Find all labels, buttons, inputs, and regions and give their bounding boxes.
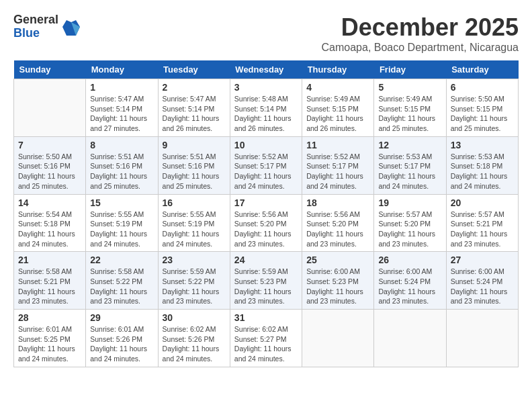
day-info: Sunrise: 5:59 AM Sunset: 5:22 PM Dayligh…: [163, 267, 226, 306]
logo-blue-text: Blue: [13, 27, 58, 40]
day-number: 16: [163, 197, 226, 208]
title-section: December 2025 Camoapa, Boaco Department,…: [322, 13, 519, 54]
logo: General Blue: [13, 13, 81, 40]
weekday-header: Friday: [374, 60, 446, 79]
calendar-week-row: 28Sunrise: 6:01 AM Sunset: 5:25 PM Dayli…: [14, 310, 519, 367]
day-info: Sunrise: 5:54 AM Sunset: 5:18 PM Dayligh…: [18, 210, 81, 249]
day-number: 25: [306, 255, 369, 265]
calendar-day-cell: 23Sunrise: 5:59 AM Sunset: 5:22 PM Dayli…: [158, 252, 230, 310]
calendar-day-cell: 30Sunrise: 6:02 AM Sunset: 5:26 PM Dayli…: [158, 310, 230, 367]
calendar-day-cell: [302, 310, 374, 367]
weekday-header: Tuesday: [158, 60, 230, 79]
day-info: Sunrise: 6:02 AM Sunset: 5:27 PM Dayligh…: [234, 324, 298, 364]
day-info: Sunrise: 5:52 AM Sunset: 5:17 PM Dayligh…: [306, 152, 369, 191]
day-number: 23: [163, 255, 226, 265]
day-number: 21: [18, 255, 81, 265]
calendar-day-cell: 27Sunrise: 6:00 AM Sunset: 5:24 PM Dayli…: [446, 252, 518, 310]
calendar-day-cell: 8Sunrise: 5:51 AM Sunset: 5:16 PM Daylig…: [86, 136, 158, 194]
weekday-header: Wednesday: [230, 60, 302, 79]
calendar-week-row: 1Sunrise: 5:47 AM Sunset: 5:14 PM Daylig…: [14, 79, 519, 137]
calendar-day-cell: 28Sunrise: 6:01 AM Sunset: 5:25 PM Dayli…: [14, 310, 86, 367]
day-info: Sunrise: 5:55 AM Sunset: 5:19 PM Dayligh…: [163, 210, 226, 249]
day-info: Sunrise: 6:00 AM Sunset: 5:24 PM Dayligh…: [378, 267, 441, 306]
calendar-day-cell: 6Sunrise: 5:50 AM Sunset: 5:15 PM Daylig…: [446, 79, 518, 137]
day-info: Sunrise: 5:58 AM Sunset: 5:22 PM Dayligh…: [90, 267, 153, 306]
day-info: Sunrise: 5:56 AM Sunset: 5:20 PM Dayligh…: [306, 210, 369, 249]
day-info: Sunrise: 6:01 AM Sunset: 5:26 PM Dayligh…: [90, 324, 153, 364]
calendar-day-cell: 25Sunrise: 6:00 AM Sunset: 5:23 PM Dayli…: [302, 252, 374, 310]
logo-general-text: General: [13, 13, 58, 27]
day-number: 12: [378, 140, 441, 150]
day-info: Sunrise: 6:00 AM Sunset: 5:24 PM Dayligh…: [451, 267, 514, 306]
day-info: Sunrise: 5:48 AM Sunset: 5:14 PM Dayligh…: [234, 94, 298, 134]
day-number: 24: [234, 255, 298, 265]
day-info: Sunrise: 5:49 AM Sunset: 5:15 PM Dayligh…: [378, 94, 441, 134]
day-info: Sunrise: 5:59 AM Sunset: 5:23 PM Dayligh…: [234, 267, 298, 306]
location-text: Camoapa, Boaco Department, Nicaragua: [322, 42, 519, 54]
day-info: Sunrise: 5:51 AM Sunset: 5:16 PM Dayligh…: [90, 152, 153, 191]
day-number: 14: [18, 197, 81, 208]
calendar-day-cell: 20Sunrise: 5:57 AM Sunset: 5:21 PM Dayli…: [446, 194, 518, 252]
day-number: 6: [451, 82, 514, 93]
day-info: Sunrise: 5:50 AM Sunset: 5:16 PM Dayligh…: [18, 152, 81, 191]
day-number: 10: [234, 140, 298, 150]
month-title: December 2025: [322, 13, 519, 42]
day-number: 1: [90, 82, 153, 93]
calendar-week-row: 7Sunrise: 5:50 AM Sunset: 5:16 PM Daylig…: [14, 136, 519, 194]
day-number: 20: [451, 197, 514, 208]
calendar-day-cell: 13Sunrise: 5:53 AM Sunset: 5:18 PM Dayli…: [446, 136, 518, 194]
calendar-day-cell: [14, 79, 86, 137]
day-info: Sunrise: 5:57 AM Sunset: 5:21 PM Dayligh…: [451, 210, 514, 249]
calendar-day-cell: 14Sunrise: 5:54 AM Sunset: 5:18 PM Dayli…: [14, 194, 86, 252]
day-number: 26: [378, 255, 441, 265]
calendar-day-cell: 17Sunrise: 5:56 AM Sunset: 5:20 PM Dayli…: [230, 194, 302, 252]
calendar-day-cell: 11Sunrise: 5:52 AM Sunset: 5:17 PM Dayli…: [302, 136, 374, 194]
day-number: 11: [306, 140, 369, 150]
calendar-day-cell: 15Sunrise: 5:55 AM Sunset: 5:19 PM Dayli…: [86, 194, 158, 252]
day-number: 30: [163, 312, 226, 323]
calendar-day-cell: 21Sunrise: 5:58 AM Sunset: 5:21 PM Dayli…: [14, 252, 86, 310]
calendar-day-cell: 19Sunrise: 5:57 AM Sunset: 5:20 PM Dayli…: [374, 194, 446, 252]
calendar-day-cell: 7Sunrise: 5:50 AM Sunset: 5:16 PM Daylig…: [14, 136, 86, 194]
calendar-day-cell: 26Sunrise: 6:00 AM Sunset: 5:24 PM Dayli…: [374, 252, 446, 310]
day-number: 9: [163, 140, 226, 150]
calendar-table: SundayMondayTuesdayWednesdayThursdayFrid…: [13, 60, 519, 367]
day-info: Sunrise: 5:50 AM Sunset: 5:15 PM Dayligh…: [451, 94, 514, 134]
day-number: 8: [90, 140, 153, 150]
calendar-day-cell: 18Sunrise: 5:56 AM Sunset: 5:20 PM Dayli…: [302, 194, 374, 252]
day-info: Sunrise: 5:53 AM Sunset: 5:17 PM Dayligh…: [378, 152, 441, 191]
day-number: 19: [378, 197, 441, 208]
day-number: 3: [234, 82, 298, 93]
calendar-day-cell: 1Sunrise: 5:47 AM Sunset: 5:14 PM Daylig…: [86, 79, 158, 137]
calendar-day-cell: 12Sunrise: 5:53 AM Sunset: 5:17 PM Dayli…: [374, 136, 446, 194]
weekday-header: Saturday: [446, 60, 518, 79]
day-number: 18: [306, 197, 369, 208]
weekday-header: Sunday: [14, 60, 86, 79]
calendar-day-cell: 24Sunrise: 5:59 AM Sunset: 5:23 PM Dayli…: [230, 252, 302, 310]
weekday-header: Thursday: [302, 60, 374, 79]
calendar-day-cell: 5Sunrise: 5:49 AM Sunset: 5:15 PM Daylig…: [374, 79, 446, 137]
calendar-day-cell: 2Sunrise: 5:47 AM Sunset: 5:14 PM Daylig…: [158, 79, 230, 137]
day-info: Sunrise: 5:52 AM Sunset: 5:17 PM Dayligh…: [234, 152, 298, 191]
day-number: 7: [18, 140, 81, 150]
day-info: Sunrise: 5:53 AM Sunset: 5:18 PM Dayligh…: [451, 152, 514, 191]
day-number: 2: [163, 82, 226, 93]
day-number: 27: [451, 255, 514, 265]
day-info: Sunrise: 5:49 AM Sunset: 5:15 PM Dayligh…: [306, 94, 369, 134]
calendar-day-cell: [374, 310, 446, 367]
day-number: 15: [90, 197, 153, 208]
calendar-day-cell: 10Sunrise: 5:52 AM Sunset: 5:17 PM Dayli…: [230, 136, 302, 194]
day-info: Sunrise: 5:57 AM Sunset: 5:20 PM Dayligh…: [378, 210, 441, 249]
day-info: Sunrise: 6:00 AM Sunset: 5:23 PM Dayligh…: [306, 267, 369, 306]
day-number: 5: [378, 82, 441, 93]
day-info: Sunrise: 5:51 AM Sunset: 5:16 PM Dayligh…: [163, 152, 226, 191]
day-info: Sunrise: 6:01 AM Sunset: 5:25 PM Dayligh…: [18, 324, 81, 364]
calendar-day-cell: [446, 310, 518, 367]
calendar-week-row: 14Sunrise: 5:54 AM Sunset: 5:18 PM Dayli…: [14, 194, 519, 252]
page-header: General Blue December 2025 Camoapa, Boac…: [13, 13, 519, 54]
calendar-day-cell: 22Sunrise: 5:58 AM Sunset: 5:22 PM Dayli…: [86, 252, 158, 310]
day-number: 22: [90, 255, 153, 265]
weekday-header: Monday: [86, 60, 158, 79]
day-info: Sunrise: 6:02 AM Sunset: 5:26 PM Dayligh…: [163, 324, 226, 364]
day-number: 28: [18, 312, 81, 323]
